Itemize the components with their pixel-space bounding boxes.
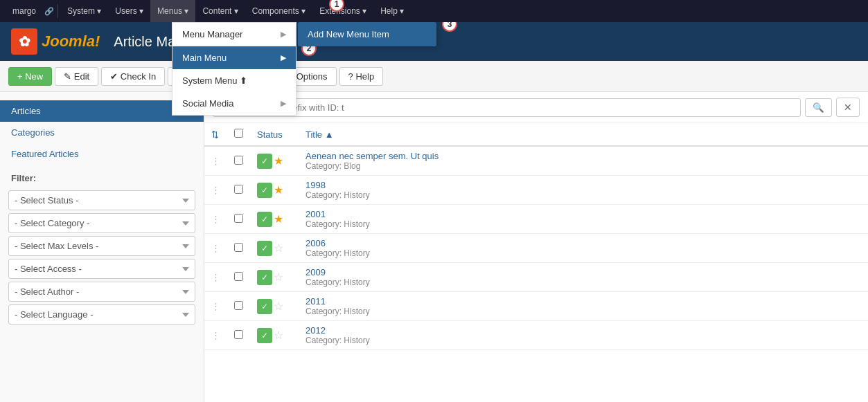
toolbar: + New ✎ Edit ✔ Check In 🗑 Trash ⊞ Batch …: [0, 61, 868, 92]
filter-label: Filter:: [0, 165, 204, 188]
featured-icon[interactable]: ☆: [274, 329, 283, 342]
title-cell: Aenean nec semper sem. Ut quis Category:…: [299, 146, 868, 176]
article-title-link[interactable]: 2011: [305, 296, 326, 307]
help-button[interactable]: ? Help: [339, 67, 384, 86]
category-text: Category: History: [305, 219, 861, 229]
status-header[interactable]: Status: [250, 123, 299, 146]
clear-search-button[interactable]: ✕: [836, 98, 860, 117]
row-checkbox[interactable]: [234, 243, 243, 252]
category-text: Category: History: [305, 248, 861, 258]
article-title-link[interactable]: 2001: [305, 209, 326, 219]
row-checkbox[interactable]: [234, 330, 243, 339]
content-area: 🔍 ✕ ⇅ Status Title ▲: [204, 92, 868, 402]
drag-handle: ⋮: [204, 234, 227, 263]
new-button[interactable]: + New: [8, 67, 52, 86]
menus-dropdown: Menu Manager ▶ Main Menu ▶ 2 System Menu…: [172, 22, 296, 116]
maxlevels-filter[interactable]: - Select Max Levels -: [8, 236, 195, 256]
logo: ✿ Joomla!: [11, 28, 100, 55]
published-icon[interactable]: ✓: [257, 328, 272, 343]
published-icon[interactable]: ✓: [257, 270, 272, 285]
article-title-link[interactable]: 2012: [305, 325, 326, 336]
checkbox-header: [227, 123, 250, 146]
article-title-link[interactable]: 2006: [305, 238, 326, 248]
row-checkbox-cell: [227, 205, 250, 234]
sort-icon: ⇅: [211, 129, 219, 140]
chevron-right-icon-active: ▶: [281, 53, 286, 62]
language-filter[interactable]: - Select Language -: [8, 304, 195, 325]
main-menu-submenu: Add New Menu Item 3: [298, 22, 436, 46]
status-filter[interactable]: - Select Status -: [8, 190, 195, 210]
nav-users[interactable]: Users ▾: [108, 0, 150, 22]
published-icon[interactable]: ✓: [257, 212, 272, 227]
featured-icon[interactable]: ☆: [274, 300, 283, 313]
status-cell: ✓ ☆: [250, 321, 299, 350]
drag-handle: ⋮: [204, 146, 227, 176]
category-filter[interactable]: - Select Category -: [8, 213, 195, 233]
drag-handle: ⋮: [204, 321, 227, 350]
featured-icon[interactable]: ☆: [274, 241, 283, 255]
status-cell: ✓ ☆: [250, 292, 299, 321]
edit-button[interactable]: ✎ Edit: [55, 67, 98, 86]
row-checkbox[interactable]: [234, 214, 243, 223]
featured-icon[interactable]: ☆: [274, 271, 283, 284]
nav-system[interactable]: System ▾: [60, 0, 108, 22]
system-menu-item[interactable]: System Menu ⬆: [172, 69, 296, 92]
top-navigation: margo 🔗 System ▾ Users ▾ Menus ▾ 1 Conte…: [0, 0, 868, 22]
status-cell: ✓ ★: [250, 176, 299, 205]
author-filter[interactable]: - Select Author -: [8, 282, 195, 302]
search-icon: 🔍: [813, 102, 824, 113]
article-title-link[interactable]: Aenean nec semper sem. Ut quis: [305, 151, 439, 161]
table-row: ⋮ ✓ ★ Aenean nec semper sem. Ut quis Cat…: [204, 146, 868, 176]
brand-link[interactable]: margo: [6, 0, 43, 22]
published-icon[interactable]: ✓: [257, 299, 272, 314]
row-checkbox-cell: [227, 146, 250, 176]
nav-content[interactable]: Content ▾: [195, 0, 245, 22]
drag-handle: ⋮: [204, 205, 227, 234]
sidebar-item-categories[interactable]: Categories: [0, 122, 204, 143]
nav-menus[interactable]: Menus ▾ 1: [150, 0, 195, 22]
published-icon[interactable]: ✓: [257, 183, 272, 198]
checkin-button[interactable]: ✔ Check In: [101, 67, 165, 86]
row-checkbox[interactable]: [234, 156, 243, 165]
status-cell: ✓ ★: [250, 146, 299, 176]
social-media-item[interactable]: Social Media ▶: [172, 92, 296, 115]
search-button[interactable]: 🔍: [805, 98, 832, 117]
table-row: ⋮ ✓ ★ 2001 Category: History: [204, 205, 868, 234]
table-row: ⋮ ✓ ★ 1998 Category: History: [204, 176, 868, 205]
add-new-menu-item[interactable]: Add New Menu Item 3: [298, 22, 436, 46]
title-header[interactable]: Title ▲: [299, 123, 868, 146]
row-checkbox-cell: [227, 292, 250, 321]
featured-icon[interactable]: ★: [274, 212, 283, 226]
row-checkbox[interactable]: [234, 185, 243, 194]
published-icon[interactable]: ✓: [257, 154, 272, 169]
articles-table: ⇅ Status Title ▲ ⋮: [204, 123, 868, 350]
article-title-link[interactable]: 2009: [305, 267, 326, 277]
published-icon[interactable]: ✓: [257, 241, 272, 256]
main-menu-item[interactable]: Main Menu ▶ 2: [172, 46, 296, 69]
article-title-link[interactable]: 1998: [305, 180, 326, 190]
nav-components[interactable]: Components ▾: [245, 0, 312, 22]
category-text: Category: History: [305, 336, 861, 345]
main-layout: Articles Categories Featured Articles Fi…: [0, 92, 868, 402]
nav-help[interactable]: Help ▾: [373, 0, 411, 22]
status-cell: ✓ ☆: [250, 263, 299, 292]
sidebar-item-featured[interactable]: Featured Articles: [0, 143, 204, 165]
drag-handle: ⋮: [204, 176, 227, 205]
menu-manager-item[interactable]: Menu Manager ▶: [172, 23, 296, 46]
select-all-checkbox[interactable]: [234, 129, 243, 138]
row-checkbox-cell: [227, 234, 250, 263]
logo-text: Joomla!: [42, 33, 100, 51]
access-filter[interactable]: - Select Access -: [8, 259, 195, 279]
table-row: ⋮ ✓ ☆ 2009 Category: History: [204, 263, 868, 292]
drag-handle: ⋮: [204, 263, 227, 292]
row-checkbox-cell: [227, 321, 250, 350]
featured-icon[interactable]: ★: [274, 154, 283, 167]
search-input[interactable]: [213, 98, 801, 117]
status-cell: ✓ ★: [250, 205, 299, 234]
row-checkbox[interactable]: [234, 272, 243, 281]
featured-icon[interactable]: ★: [274, 183, 283, 197]
row-checkbox-cell: [227, 176, 250, 205]
row-checkbox[interactable]: [234, 301, 243, 310]
title-cell: 1998 Category: History: [299, 176, 868, 205]
select-all-header: ⇅: [204, 123, 227, 146]
